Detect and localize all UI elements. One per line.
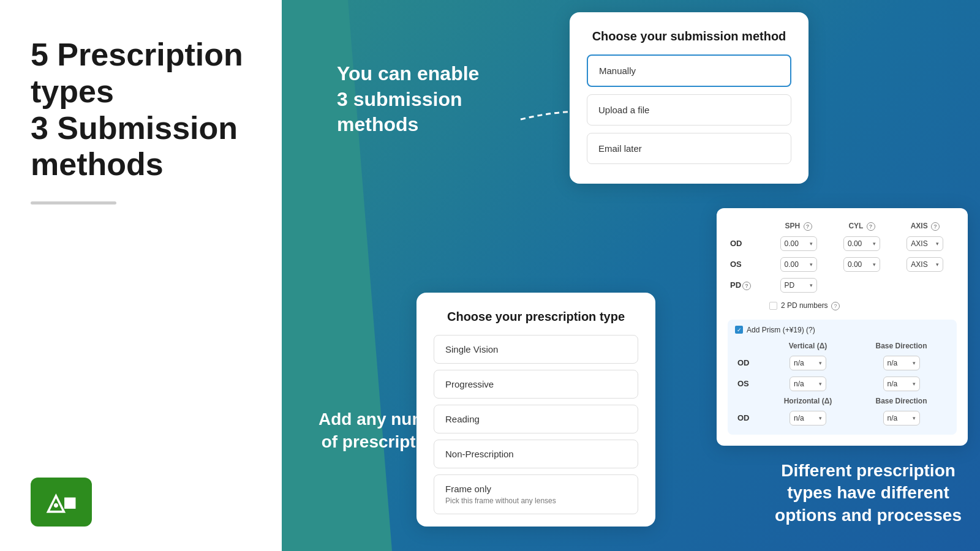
prism-os-v-select[interactable]: n/a ▾ bbox=[790, 377, 826, 391]
two-pd-cell: 2 PD numbers ? bbox=[767, 296, 957, 316]
pd-row: PD? PD ▾ bbox=[728, 275, 957, 296]
bottom-right-line2: types have different bbox=[787, 483, 949, 502]
chevron-down-icon: ▾ bbox=[873, 241, 876, 247]
axis-header: AXIS ? bbox=[894, 219, 957, 233]
prism-h-bd-cell: n/a ▾ bbox=[853, 408, 949, 429]
frame-only-sub: Pick this frame without any lenses bbox=[445, 497, 627, 505]
prism-od-bd-value: n/a bbox=[888, 359, 898, 367]
od-axis-select[interactable]: AXIS ▾ bbox=[907, 236, 943, 251]
os-sph-select[interactable]: 0.00 ▾ bbox=[780, 257, 817, 272]
prism-h-bd-select[interactable]: n/a ▾ bbox=[883, 411, 920, 425]
submission-option-upload[interactable]: Upload a file bbox=[587, 94, 791, 126]
table-row: OS 0.00 ▾ 0.00 ▾ bbox=[728, 254, 957, 275]
pd-info-icon: ? bbox=[742, 282, 751, 290]
submission-card-title: Choose your submission method bbox=[587, 29, 791, 43]
add-prism-checkbox[interactable]: ✓ bbox=[735, 326, 743, 334]
chevron-down-icon: ▾ bbox=[810, 261, 813, 268]
prescription-option-progressive[interactable]: Progressive bbox=[434, 370, 638, 399]
os-axis-value: AXIS bbox=[911, 260, 927, 269]
pd-label-cell: PD? bbox=[728, 275, 767, 296]
bottom-right-line1: Different prescription bbox=[781, 461, 956, 480]
logo-box: ◬■ bbox=[31, 478, 92, 527]
submission-card: Choose your submission method Manually U… bbox=[570, 12, 809, 184]
od-sph-value: 0.00 bbox=[785, 239, 799, 248]
prescription-option-frame-only[interactable]: Frame only Pick this frame without any l… bbox=[434, 474, 638, 514]
prescription-card-title: Choose your prescription type bbox=[434, 310, 638, 324]
prism-section: ✓ Add Prism (+¥19) (?) Vertical (Δ) Base… bbox=[728, 320, 957, 435]
sph-header: SPH ? bbox=[767, 219, 830, 233]
chevron-down-icon: ▾ bbox=[936, 261, 939, 268]
base-direction-header-1: Base Direction bbox=[853, 339, 949, 353]
prism-od-v-value: n/a bbox=[794, 359, 804, 367]
os-axis-select[interactable]: AXIS ▾ bbox=[907, 257, 943, 272]
od-axis-value: AXIS bbox=[911, 239, 927, 248]
os-label: OS bbox=[728, 254, 767, 275]
enable-text: You can enable 3 submission methods bbox=[337, 61, 533, 138]
horizontal-delta-header: Horizontal (Δ) bbox=[763, 394, 853, 408]
prism-h-od-cell: n/a ▾ bbox=[763, 408, 853, 429]
table-row: OD 0.00 ▾ 0.00 ▾ bbox=[728, 233, 957, 254]
prism-table: Vertical (Δ) Base Direction OD n/a ▾ bbox=[735, 339, 949, 429]
two-pd-checkbox[interactable] bbox=[769, 302, 777, 310]
os-sph-cell: 0.00 ▾ bbox=[767, 254, 830, 275]
add-prism-label: Add Prism (+¥19) (?) bbox=[747, 326, 815, 334]
prescription-option-reading[interactable]: Reading bbox=[434, 405, 638, 433]
enable-line2: 3 submission bbox=[337, 88, 462, 110]
rx-form-card: SPH ? CYL ? AXIS ? OD 0.00 ▾ bbox=[717, 208, 968, 446]
reading-label: Reading bbox=[445, 414, 480, 424]
submission-option-upload-label: Upload a file bbox=[598, 105, 649, 115]
prescription-card: Choose your prescription type Single Vis… bbox=[417, 293, 655, 527]
submission-option-manually-label: Manually bbox=[599, 66, 636, 76]
bottom-right-text: Different prescription types have differ… bbox=[775, 460, 962, 527]
prism-os-bd-cell: n/a ▾ bbox=[853, 373, 949, 394]
chevron-down-icon: ▾ bbox=[810, 282, 813, 288]
chevron-down-icon: ▾ bbox=[819, 415, 822, 421]
os-cyl-value: 0.00 bbox=[848, 260, 862, 269]
title-divider bbox=[31, 201, 116, 204]
chevron-down-icon: ▾ bbox=[913, 360, 916, 366]
main-title: 5 Prescription types 3 Submission method… bbox=[31, 37, 251, 183]
prism-od-bd-cell: n/a ▾ bbox=[853, 353, 949, 373]
cyl-info-icon: ? bbox=[867, 222, 875, 231]
vertical-delta-header: Vertical (Δ) bbox=[763, 339, 853, 353]
single-vision-label: Single Vision bbox=[445, 344, 498, 354]
prism-od-bd-select[interactable]: n/a ▾ bbox=[883, 356, 920, 370]
prescription-option-single-vision[interactable]: Single Vision bbox=[434, 335, 638, 364]
submission-option-email[interactable]: Email later bbox=[587, 133, 791, 164]
od-sph-cell: 0.00 ▾ bbox=[767, 233, 830, 254]
logo-area: ◬■ bbox=[31, 478, 251, 527]
prism-os-bd-select[interactable]: n/a ▾ bbox=[883, 377, 920, 391]
prism-os-bd-value: n/a bbox=[888, 380, 898, 388]
cyl-header: CYL ? bbox=[830, 219, 893, 233]
os-cyl-select[interactable]: 0.00 ▾ bbox=[843, 257, 880, 272]
title-line1: 5 Prescription types bbox=[31, 37, 243, 109]
os-cyl-cell: 0.00 ▾ bbox=[830, 254, 893, 275]
non-prescription-label: Non-Prescription bbox=[445, 449, 514, 459]
pd-value-cell: PD ▾ bbox=[767, 275, 830, 296]
two-pd-label: 2 PD numbers ? bbox=[781, 301, 840, 310]
axis-info-icon: ? bbox=[931, 222, 940, 231]
logo-icon: ◬■ bbox=[47, 489, 76, 515]
prism-od-v-select[interactable]: n/a ▾ bbox=[790, 356, 826, 370]
prism-h-od-value: n/a bbox=[794, 414, 804, 422]
table-row: OS n/a ▾ n/a ▾ bbox=[735, 373, 949, 394]
base-direction-header-2: Base Direction bbox=[853, 394, 949, 408]
sph-info-icon: ? bbox=[804, 222, 812, 231]
prescription-option-non-prescription[interactable]: Non-Prescription bbox=[434, 440, 638, 468]
bottom-right-line3: options and processes bbox=[775, 506, 962, 525]
od-sph-select[interactable]: 0.00 ▾ bbox=[780, 236, 817, 251]
od-cyl-value: 0.00 bbox=[848, 239, 862, 248]
pd-select[interactable]: PD ▾ bbox=[780, 278, 817, 293]
chevron-down-icon: ▾ bbox=[913, 415, 916, 421]
table-row: OD n/a ▾ n/a ▾ bbox=[735, 353, 949, 373]
prism-os-v-cell: n/a ▾ bbox=[763, 373, 853, 394]
prism-os-label: OS bbox=[735, 373, 763, 394]
od-cyl-select[interactable]: 0.00 ▾ bbox=[843, 236, 880, 251]
submission-option-manually[interactable]: Manually bbox=[587, 54, 791, 87]
prism-h-od-select[interactable]: n/a ▾ bbox=[790, 411, 826, 425]
table-row: Horizontal (Δ) Base Direction bbox=[735, 394, 949, 408]
od-cyl-cell: 0.00 ▾ bbox=[830, 233, 893, 254]
os-sph-value: 0.00 bbox=[785, 260, 799, 269]
table-row: OD n/a ▾ n/a ▾ bbox=[735, 408, 949, 429]
pd-value: PD bbox=[785, 281, 795, 290]
